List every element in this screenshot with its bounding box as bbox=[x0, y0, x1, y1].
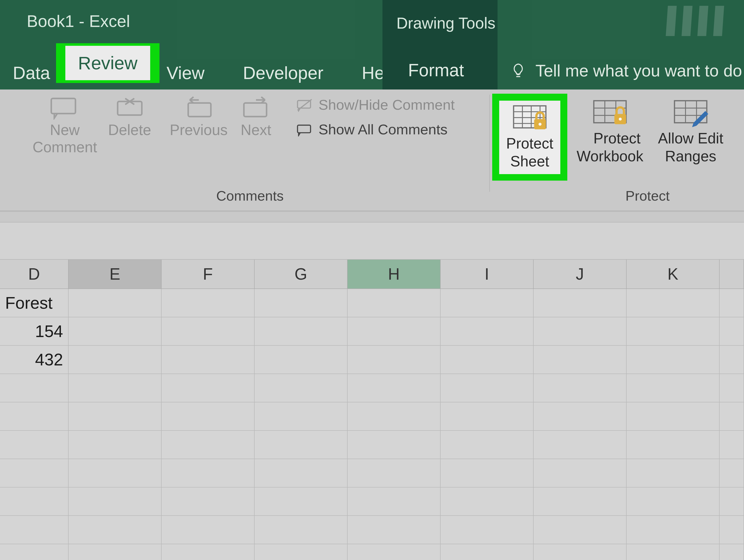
column-header-d[interactable]: D bbox=[0, 260, 69, 289]
cell[interactable]: Forest bbox=[0, 289, 69, 317]
cell[interactable] bbox=[627, 289, 719, 317]
cell[interactable] bbox=[161, 289, 255, 317]
cell[interactable] bbox=[255, 516, 347, 544]
cell[interactable] bbox=[161, 544, 255, 560]
cell[interactable] bbox=[533, 346, 627, 374]
cell[interactable] bbox=[0, 402, 69, 431]
tab-view[interactable]: View bbox=[166, 63, 217, 83]
cell[interactable] bbox=[719, 487, 744, 516]
cell[interactable] bbox=[533, 487, 627, 516]
cell[interactable] bbox=[0, 487, 69, 516]
cell[interactable] bbox=[533, 374, 627, 402]
cell[interactable] bbox=[627, 516, 719, 544]
cell[interactable] bbox=[161, 487, 255, 516]
column-header-e[interactable]: E bbox=[69, 260, 161, 289]
cell[interactable] bbox=[255, 402, 347, 431]
cell[interactable] bbox=[255, 289, 347, 317]
tab-data[interactable]: Data bbox=[13, 63, 56, 83]
column-header-f[interactable]: F bbox=[161, 260, 255, 289]
cell[interactable] bbox=[719, 402, 744, 431]
formula-bar-area[interactable] bbox=[0, 222, 744, 260]
next-comment-button[interactable]: Next bbox=[240, 95, 271, 139]
cell[interactable] bbox=[441, 289, 533, 317]
allow-edit-ranges-button[interactable]: Allow EditRanges bbox=[658, 99, 723, 165]
cell[interactable] bbox=[347, 431, 441, 459]
cell[interactable] bbox=[69, 459, 161, 487]
cell[interactable] bbox=[533, 402, 627, 431]
cell[interactable] bbox=[69, 544, 161, 560]
cell[interactable] bbox=[627, 374, 719, 402]
protect-sheet-button[interactable]: ProtectSheet bbox=[499, 101, 560, 174]
cell[interactable] bbox=[69, 487, 161, 516]
column-header-k[interactable]: K bbox=[627, 260, 719, 289]
cell[interactable] bbox=[627, 431, 719, 459]
cell[interactable] bbox=[533, 516, 627, 544]
tell-me-search[interactable]: Tell me what you want to do bbox=[510, 61, 742, 80]
cell[interactable]: 154 bbox=[0, 317, 69, 346]
cell[interactable] bbox=[533, 431, 627, 459]
column-header-i[interactable]: I bbox=[441, 260, 533, 289]
cell[interactable] bbox=[0, 431, 69, 459]
cell[interactable] bbox=[719, 516, 744, 544]
cell[interactable] bbox=[69, 431, 161, 459]
cell[interactable] bbox=[347, 317, 441, 346]
cell[interactable] bbox=[347, 374, 441, 402]
cell[interactable] bbox=[255, 374, 347, 402]
cell[interactable] bbox=[0, 544, 69, 560]
cell[interactable] bbox=[161, 402, 255, 431]
cell[interactable] bbox=[347, 459, 441, 487]
cell[interactable] bbox=[719, 317, 744, 346]
cell[interactable] bbox=[719, 459, 744, 487]
cell[interactable] bbox=[255, 346, 347, 374]
cell[interactable] bbox=[533, 289, 627, 317]
cell[interactable] bbox=[69, 374, 161, 402]
cell[interactable] bbox=[69, 516, 161, 544]
cell[interactable] bbox=[441, 459, 533, 487]
cell[interactable] bbox=[161, 459, 255, 487]
column-header-g[interactable]: G bbox=[255, 260, 347, 289]
column-header-j[interactable]: J bbox=[533, 260, 627, 289]
cell[interactable] bbox=[627, 544, 719, 560]
cell[interactable] bbox=[441, 374, 533, 402]
cell[interactable] bbox=[0, 516, 69, 544]
cell[interactable] bbox=[161, 346, 255, 374]
column-header-h[interactable]: H bbox=[347, 260, 441, 289]
cell[interactable] bbox=[161, 374, 255, 402]
cell[interactable] bbox=[719, 374, 744, 402]
cell[interactable] bbox=[533, 544, 627, 560]
cell[interactable] bbox=[719, 544, 744, 560]
cell[interactable] bbox=[161, 516, 255, 544]
cell[interactable] bbox=[69, 346, 161, 374]
new-comment-button[interactable]: NewComment bbox=[33, 95, 97, 156]
cell[interactable] bbox=[441, 431, 533, 459]
cell[interactable] bbox=[719, 431, 744, 459]
cell[interactable] bbox=[441, 516, 533, 544]
cell[interactable] bbox=[347, 487, 441, 516]
cell[interactable] bbox=[161, 317, 255, 346]
tab-developer[interactable]: Developer bbox=[243, 63, 336, 83]
cell[interactable] bbox=[627, 459, 719, 487]
column-header-overflow[interactable] bbox=[719, 260, 744, 289]
cell[interactable] bbox=[69, 289, 161, 317]
cell[interactable] bbox=[627, 317, 719, 346]
cell[interactable] bbox=[441, 317, 533, 346]
cell[interactable] bbox=[627, 487, 719, 516]
cell[interactable] bbox=[255, 317, 347, 346]
cell[interactable] bbox=[719, 346, 744, 374]
cell[interactable] bbox=[69, 317, 161, 346]
cell[interactable] bbox=[161, 431, 255, 459]
cell[interactable] bbox=[533, 317, 627, 346]
cell[interactable] bbox=[441, 402, 533, 431]
cell[interactable] bbox=[0, 374, 69, 402]
cell[interactable] bbox=[533, 459, 627, 487]
cell[interactable] bbox=[255, 544, 347, 560]
cell[interactable] bbox=[347, 402, 441, 431]
show-hide-comment-button[interactable]: Show/Hide Comment bbox=[296, 97, 455, 113]
delete-comment-button[interactable]: Delete bbox=[108, 95, 151, 139]
cell[interactable] bbox=[0, 459, 69, 487]
protect-workbook-button[interactable]: WProtectWorkbook bbox=[576, 99, 643, 165]
cell[interactable] bbox=[719, 289, 744, 317]
cell[interactable] bbox=[441, 544, 533, 560]
cell[interactable] bbox=[69, 402, 161, 431]
cell[interactable] bbox=[347, 516, 441, 544]
